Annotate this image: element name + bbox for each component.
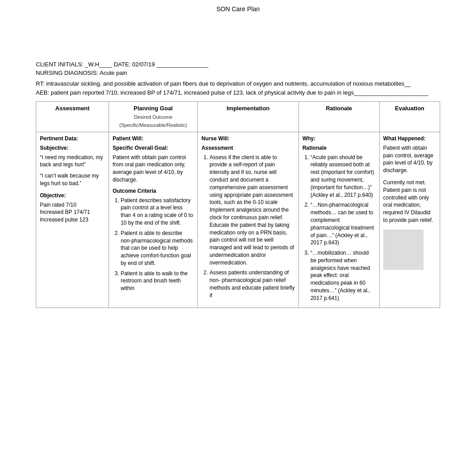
header-implementation: Implementation [198, 102, 299, 132]
planning-cell: Patient Will: Specific Overall Goal: Pat… [109, 132, 198, 308]
impl-item-1: Assess if the client is able to provide … [209, 154, 294, 267]
overall-goal: Patient with obtain pain control from or… [113, 154, 194, 184]
nurse-will-label: Nurse Will: [201, 135, 294, 143]
evaluation-image [383, 230, 424, 270]
rationale-item-1: “Acute pain should be reliably assessed … [311, 154, 376, 199]
header-evaluation: Evaluation [379, 102, 440, 132]
care-plan-table: Assessment Planning Goal Desired Outcome… [36, 101, 440, 308]
rt-text: intravascular sickling, and possible act… [44, 80, 411, 87]
rt-section: RT: intravascular sickling, and possible… [36, 80, 440, 88]
assessment-cell: Pertinent Data: Subjective: “I need my m… [36, 132, 109, 308]
rationale-item-2: “…Non-pharmacological methods… can be us… [311, 201, 376, 247]
criteria-item-3: Patient is able to walk to the restroom … [121, 270, 194, 292]
page-title: SON Care Plan [0, 0, 476, 16]
rationale-list: “Acute pain should be reliably assessed … [303, 154, 376, 302]
objective-label: Objective: [40, 192, 105, 199]
subjective-item-1: “I need my medication, my back and legs … [40, 154, 105, 169]
aeb-text: patient pain reported 7/10, increased BP… [49, 89, 428, 96]
patient-will-label: Patient Will: [113, 135, 194, 143]
implementation-cell: Nurse Will: Assessment Assess if the cli… [198, 132, 299, 308]
rt-label: RT: [36, 80, 44, 87]
assessment-sublabel: Assessment [201, 144, 294, 152]
rationale-item-3: “…mobilization… should be performed when… [311, 249, 376, 302]
criteria-item-2: Patient is able to describe non-pharmaco… [121, 230, 194, 267]
aeb-label: AEB: [36, 89, 49, 96]
header-rationale: Rationale [299, 102, 379, 132]
implementation-list: Assess if the client is able to provide … [201, 154, 294, 299]
outcome-label: Outcome Criteria [113, 187, 194, 195]
planning-subheader-line1: Desired Outcome [134, 114, 173, 120]
header-assessment: Assessment [36, 102, 109, 132]
impl-item-2: Assess patients understanding of non- ph… [209, 269, 294, 299]
why-label: Why: [303, 135, 376, 143]
eval-text-2: Currently not met. Patient pain is not c… [383, 179, 436, 224]
header-planning: Planning Goal Desired Outcome (Specific/… [109, 102, 198, 132]
table-row: Pertinent Data: Subjective: “I need my m… [36, 132, 440, 308]
rationale-cell: Why: Rationale “Acute pain should be rel… [299, 132, 379, 308]
subjective-item-2: “I can’t walk because my legs hurt so ba… [40, 172, 105, 187]
subjective-label: Subjective: [40, 144, 105, 152]
specific-label: Specific Overall Goal: [113, 144, 194, 152]
eval-text-1: Patient with obtain pain control, averag… [383, 144, 436, 174]
outcome-criteria-list: Patient describes satisfactory pain cont… [113, 197, 194, 293]
criteria-item-1: Patient describes satisfactory pain cont… [121, 197, 194, 227]
client-info-line: CLIENT INITIALS: _W.H____ DATE: 02/07/19… [36, 61, 440, 68]
objective-bp: Increased BP 174/71 [40, 208, 105, 216]
evaluation-cell: What Happened: Patient with obtain pain … [379, 132, 440, 308]
aeb-section: AEB: patient pain reported 7/10, increas… [36, 89, 440, 97]
rationale-label: Rationale [303, 144, 376, 152]
pertinent-label: Pertinent Data: [40, 135, 105, 143]
nursing-diagnosis-line: NURSING DIAGNOSIS: Acute pain [36, 69, 440, 76]
planning-subheader-line2: (Specific/Measurable/Realistic) [119, 122, 187, 128]
objective-pulse: Increased pulse 123 [40, 216, 105, 224]
objective-pain: Pain rated 7/10 [40, 201, 105, 209]
what-happened-label: What Happened: [383, 135, 436, 143]
